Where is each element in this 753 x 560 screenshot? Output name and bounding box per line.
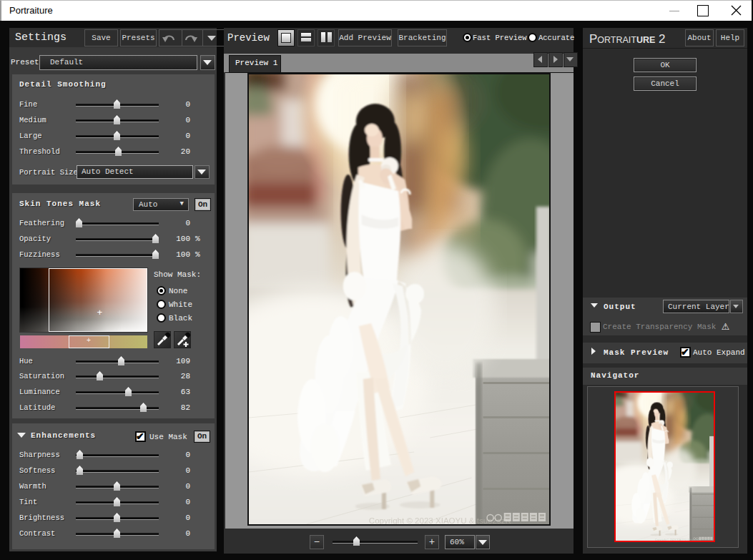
svg-text:Copyright © 2023 XIAOYU & tsue: Copyright © 2023 XIAOYU & tsue2szR (369, 516, 511, 524)
